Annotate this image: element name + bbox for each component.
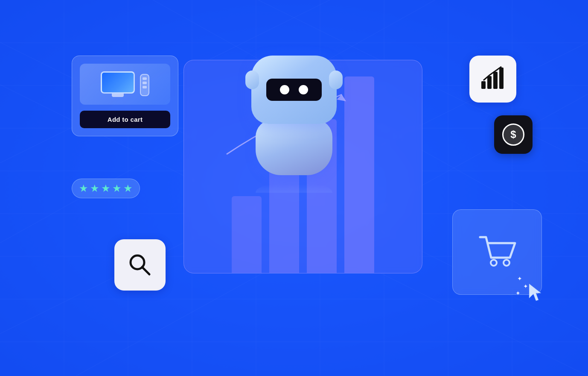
svg-rect-29 xyxy=(487,76,492,89)
analytics-box xyxy=(469,56,516,103)
main-scene: Add to cart ★ ★ ★ ★ ★ $ xyxy=(0,0,588,376)
svg-point-33 xyxy=(491,260,497,266)
search-box xyxy=(114,239,166,291)
stars-row: ★ ★ ★ ★ ★ xyxy=(72,179,140,198)
search-icon xyxy=(126,251,154,279)
robot-visor xyxy=(266,79,322,101)
star-5: ★ xyxy=(123,182,133,194)
sparkle-2: ✦ xyxy=(523,283,528,290)
cursor-icon xyxy=(526,282,547,303)
sparkle-3: ✦ xyxy=(515,290,521,297)
star-4: ★ xyxy=(112,182,122,194)
robot-body xyxy=(256,120,332,175)
remote-btn-2 xyxy=(143,82,147,84)
tv-icon xyxy=(101,71,135,99)
tv-stand xyxy=(112,94,124,97)
remote-btn-1 xyxy=(143,77,147,80)
add-to-cart-button[interactable]: Add to cart xyxy=(80,111,170,128)
tv-screen xyxy=(101,71,135,94)
sparkle-1: ✦ xyxy=(517,275,522,282)
product-card: Add to cart xyxy=(72,56,178,136)
svg-line-27 xyxy=(142,267,149,274)
remote-icon xyxy=(140,74,149,96)
star-2: ★ xyxy=(90,182,99,194)
cart-icon xyxy=(476,233,518,271)
robot-ear-left xyxy=(245,70,259,89)
robot-ear-right xyxy=(329,70,343,89)
robot-eye-right xyxy=(299,85,308,94)
star-3: ★ xyxy=(101,182,111,194)
star-1: ★ xyxy=(79,182,88,194)
analytics-icon xyxy=(480,66,506,92)
svg-rect-30 xyxy=(493,72,498,89)
dollar-icon: $ xyxy=(502,123,524,146)
svg-point-34 xyxy=(504,260,509,266)
svg-marker-35 xyxy=(529,284,541,301)
robot-eye-left xyxy=(280,85,289,94)
remote-btn-3 xyxy=(143,86,147,88)
svg-rect-28 xyxy=(481,81,486,89)
robot xyxy=(239,56,349,201)
svg-rect-31 xyxy=(499,68,504,89)
dollar-box: $ xyxy=(494,115,533,154)
robot-head xyxy=(251,56,337,124)
product-image-area xyxy=(80,64,170,105)
bar-1 xyxy=(232,196,262,273)
cursor-area: ✦ ✦ ✦ xyxy=(526,282,547,305)
robot-reflection xyxy=(256,184,332,193)
